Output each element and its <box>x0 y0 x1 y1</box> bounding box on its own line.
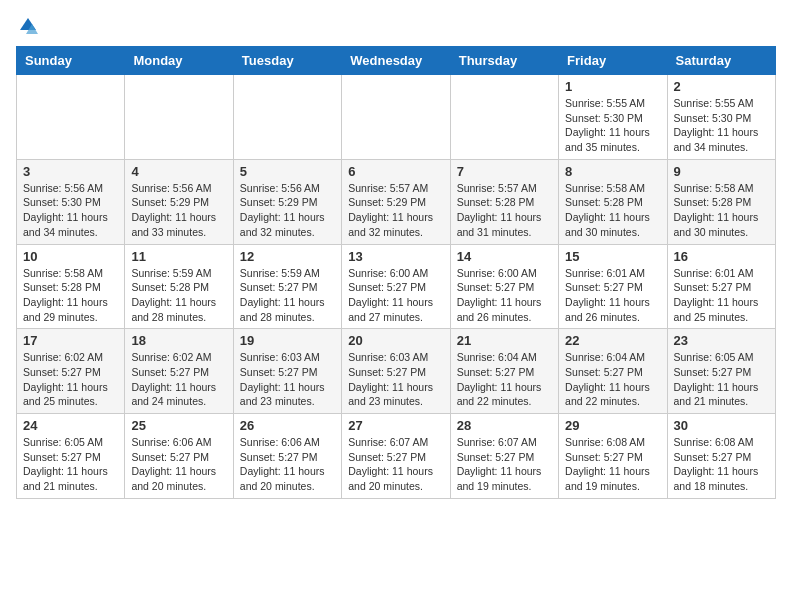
calendar-cell: 29Sunrise: 6:08 AM Sunset: 5:27 PM Dayli… <box>559 414 667 499</box>
calendar-cell <box>125 75 233 160</box>
calendar-header-row: SundayMondayTuesdayWednesdayThursdayFrid… <box>17 47 776 75</box>
day-number: 3 <box>23 164 118 179</box>
calendar-cell: 14Sunrise: 6:00 AM Sunset: 5:27 PM Dayli… <box>450 244 558 329</box>
day-info: Sunrise: 6:08 AM Sunset: 5:27 PM Dayligh… <box>674 435 769 494</box>
day-info: Sunrise: 6:03 AM Sunset: 5:27 PM Dayligh… <box>348 350 443 409</box>
day-info: Sunrise: 6:00 AM Sunset: 5:27 PM Dayligh… <box>457 266 552 325</box>
calendar-cell: 26Sunrise: 6:06 AM Sunset: 5:27 PM Dayli… <box>233 414 341 499</box>
calendar-cell: 15Sunrise: 6:01 AM Sunset: 5:27 PM Dayli… <box>559 244 667 329</box>
day-info: Sunrise: 6:06 AM Sunset: 5:27 PM Dayligh… <box>131 435 226 494</box>
calendar-cell: 10Sunrise: 5:58 AM Sunset: 5:28 PM Dayli… <box>17 244 125 329</box>
day-info: Sunrise: 5:58 AM Sunset: 5:28 PM Dayligh… <box>674 181 769 240</box>
day-info: Sunrise: 5:58 AM Sunset: 5:28 PM Dayligh… <box>23 266 118 325</box>
day-number: 7 <box>457 164 552 179</box>
day-number: 11 <box>131 249 226 264</box>
day-info: Sunrise: 5:56 AM Sunset: 5:29 PM Dayligh… <box>240 181 335 240</box>
calendar-cell: 28Sunrise: 6:07 AM Sunset: 5:27 PM Dayli… <box>450 414 558 499</box>
calendar-week-row: 17Sunrise: 6:02 AM Sunset: 5:27 PM Dayli… <box>17 329 776 414</box>
calendar-cell: 25Sunrise: 6:06 AM Sunset: 5:27 PM Dayli… <box>125 414 233 499</box>
day-number: 24 <box>23 418 118 433</box>
day-number: 29 <box>565 418 660 433</box>
day-number: 2 <box>674 79 769 94</box>
day-number: 15 <box>565 249 660 264</box>
day-info: Sunrise: 6:01 AM Sunset: 5:27 PM Dayligh… <box>565 266 660 325</box>
day-info: Sunrise: 5:59 AM Sunset: 5:27 PM Dayligh… <box>240 266 335 325</box>
day-info: Sunrise: 5:57 AM Sunset: 5:29 PM Dayligh… <box>348 181 443 240</box>
calendar-week-row: 1Sunrise: 5:55 AM Sunset: 5:30 PM Daylig… <box>17 75 776 160</box>
day-info: Sunrise: 6:07 AM Sunset: 5:27 PM Dayligh… <box>457 435 552 494</box>
day-number: 30 <box>674 418 769 433</box>
calendar-week-row: 10Sunrise: 5:58 AM Sunset: 5:28 PM Dayli… <box>17 244 776 329</box>
day-info: Sunrise: 6:02 AM Sunset: 5:27 PM Dayligh… <box>23 350 118 409</box>
day-number: 25 <box>131 418 226 433</box>
calendar-week-row: 3Sunrise: 5:56 AM Sunset: 5:30 PM Daylig… <box>17 159 776 244</box>
day-number: 9 <box>674 164 769 179</box>
day-number: 12 <box>240 249 335 264</box>
calendar-cell <box>450 75 558 160</box>
calendar-cell: 12Sunrise: 5:59 AM Sunset: 5:27 PM Dayli… <box>233 244 341 329</box>
day-number: 8 <box>565 164 660 179</box>
calendar-week-row: 24Sunrise: 6:05 AM Sunset: 5:27 PM Dayli… <box>17 414 776 499</box>
day-number: 27 <box>348 418 443 433</box>
day-header-sunday: Sunday <box>17 47 125 75</box>
day-number: 21 <box>457 333 552 348</box>
day-number: 19 <box>240 333 335 348</box>
calendar-cell: 16Sunrise: 6:01 AM Sunset: 5:27 PM Dayli… <box>667 244 775 329</box>
calendar-cell <box>17 75 125 160</box>
day-number: 1 <box>565 79 660 94</box>
day-info: Sunrise: 6:00 AM Sunset: 5:27 PM Dayligh… <box>348 266 443 325</box>
day-header-friday: Friday <box>559 47 667 75</box>
day-number: 18 <box>131 333 226 348</box>
day-info: Sunrise: 6:07 AM Sunset: 5:27 PM Dayligh… <box>348 435 443 494</box>
day-info: Sunrise: 5:58 AM Sunset: 5:28 PM Dayligh… <box>565 181 660 240</box>
day-header-saturday: Saturday <box>667 47 775 75</box>
calendar-cell: 20Sunrise: 6:03 AM Sunset: 5:27 PM Dayli… <box>342 329 450 414</box>
day-number: 13 <box>348 249 443 264</box>
day-info: Sunrise: 5:59 AM Sunset: 5:28 PM Dayligh… <box>131 266 226 325</box>
day-number: 28 <box>457 418 552 433</box>
day-info: Sunrise: 6:05 AM Sunset: 5:27 PM Dayligh… <box>674 350 769 409</box>
day-info: Sunrise: 5:57 AM Sunset: 5:28 PM Dayligh… <box>457 181 552 240</box>
day-number: 16 <box>674 249 769 264</box>
calendar-cell: 7Sunrise: 5:57 AM Sunset: 5:28 PM Daylig… <box>450 159 558 244</box>
day-header-tuesday: Tuesday <box>233 47 341 75</box>
calendar-cell: 24Sunrise: 6:05 AM Sunset: 5:27 PM Dayli… <box>17 414 125 499</box>
day-number: 22 <box>565 333 660 348</box>
calendar-cell: 4Sunrise: 5:56 AM Sunset: 5:29 PM Daylig… <box>125 159 233 244</box>
calendar-cell: 9Sunrise: 5:58 AM Sunset: 5:28 PM Daylig… <box>667 159 775 244</box>
calendar-cell: 11Sunrise: 5:59 AM Sunset: 5:28 PM Dayli… <box>125 244 233 329</box>
day-info: Sunrise: 6:01 AM Sunset: 5:27 PM Dayligh… <box>674 266 769 325</box>
day-info: Sunrise: 6:08 AM Sunset: 5:27 PM Dayligh… <box>565 435 660 494</box>
calendar-cell: 19Sunrise: 6:03 AM Sunset: 5:27 PM Dayli… <box>233 329 341 414</box>
day-header-thursday: Thursday <box>450 47 558 75</box>
day-info: Sunrise: 5:55 AM Sunset: 5:30 PM Dayligh… <box>565 96 660 155</box>
calendar-table: SundayMondayTuesdayWednesdayThursdayFrid… <box>16 46 776 499</box>
calendar-cell: 5Sunrise: 5:56 AM Sunset: 5:29 PM Daylig… <box>233 159 341 244</box>
calendar-cell: 3Sunrise: 5:56 AM Sunset: 5:30 PM Daylig… <box>17 159 125 244</box>
day-info: Sunrise: 6:04 AM Sunset: 5:27 PM Dayligh… <box>565 350 660 409</box>
day-number: 23 <box>674 333 769 348</box>
day-info: Sunrise: 5:56 AM Sunset: 5:30 PM Dayligh… <box>23 181 118 240</box>
calendar-cell <box>342 75 450 160</box>
calendar-cell: 6Sunrise: 5:57 AM Sunset: 5:29 PM Daylig… <box>342 159 450 244</box>
day-number: 6 <box>348 164 443 179</box>
calendar-cell: 23Sunrise: 6:05 AM Sunset: 5:27 PM Dayli… <box>667 329 775 414</box>
day-info: Sunrise: 5:56 AM Sunset: 5:29 PM Dayligh… <box>131 181 226 240</box>
day-info: Sunrise: 6:05 AM Sunset: 5:27 PM Dayligh… <box>23 435 118 494</box>
day-header-wednesday: Wednesday <box>342 47 450 75</box>
calendar-cell: 27Sunrise: 6:07 AM Sunset: 5:27 PM Dayli… <box>342 414 450 499</box>
calendar-cell: 17Sunrise: 6:02 AM Sunset: 5:27 PM Dayli… <box>17 329 125 414</box>
day-number: 14 <box>457 249 552 264</box>
day-info: Sunrise: 6:06 AM Sunset: 5:27 PM Dayligh… <box>240 435 335 494</box>
calendar-cell: 18Sunrise: 6:02 AM Sunset: 5:27 PM Dayli… <box>125 329 233 414</box>
day-number: 26 <box>240 418 335 433</box>
day-number: 17 <box>23 333 118 348</box>
page-header <box>16 16 776 36</box>
calendar-cell: 30Sunrise: 6:08 AM Sunset: 5:27 PM Dayli… <box>667 414 775 499</box>
day-info: Sunrise: 6:04 AM Sunset: 5:27 PM Dayligh… <box>457 350 552 409</box>
day-info: Sunrise: 6:03 AM Sunset: 5:27 PM Dayligh… <box>240 350 335 409</box>
day-number: 5 <box>240 164 335 179</box>
calendar-cell <box>233 75 341 160</box>
day-header-monday: Monday <box>125 47 233 75</box>
calendar-cell: 13Sunrise: 6:00 AM Sunset: 5:27 PM Dayli… <box>342 244 450 329</box>
